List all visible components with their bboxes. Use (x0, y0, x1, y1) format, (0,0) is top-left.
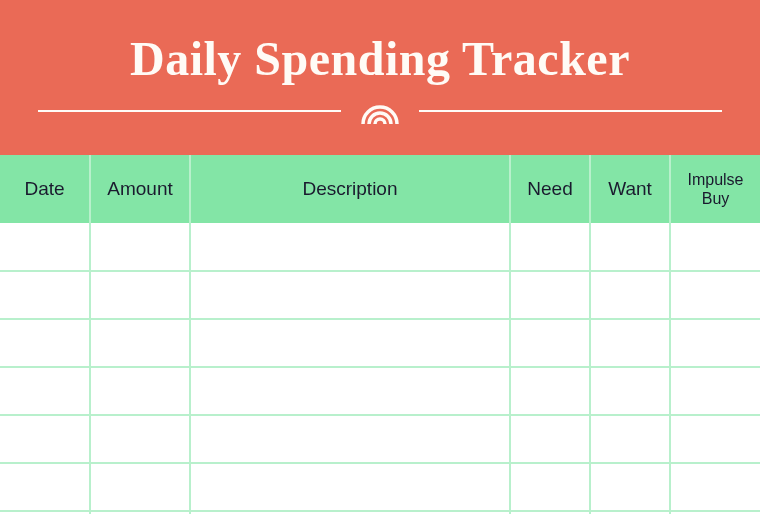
column-header-description: Description (190, 155, 510, 223)
table-cell[interactable] (90, 319, 190, 367)
table-cell[interactable] (670, 463, 760, 511)
spending-table: Date Amount Description Need Want Impuls… (0, 155, 760, 514)
table-body (0, 223, 760, 514)
table-cell[interactable] (510, 271, 590, 319)
table-cell[interactable] (190, 463, 510, 511)
table-cell[interactable] (90, 463, 190, 511)
table-cell[interactable] (510, 415, 590, 463)
table-cell[interactable] (190, 319, 510, 367)
table-cell[interactable] (0, 271, 90, 319)
table-header-row: Date Amount Description Need Want Impuls… (0, 155, 760, 223)
table-row (0, 367, 760, 415)
table-cell[interactable] (590, 463, 670, 511)
page-title: Daily Spending Tracker (130, 31, 630, 86)
table-cell[interactable] (590, 271, 670, 319)
table-cell[interactable] (590, 319, 670, 367)
header: Daily Spending Tracker (0, 0, 760, 155)
table-cell[interactable] (510, 319, 590, 367)
column-header-amount: Amount (90, 155, 190, 223)
table-cell[interactable] (190, 223, 510, 271)
table-cell[interactable] (190, 271, 510, 319)
column-header-impulse: Impulse Buy (670, 155, 760, 223)
table-row (0, 223, 760, 271)
table-cell[interactable] (590, 367, 670, 415)
table-cell[interactable] (670, 271, 760, 319)
table-row (0, 319, 760, 367)
column-header-want: Want (590, 155, 670, 223)
table-cell[interactable] (0, 319, 90, 367)
rainbow-icon (359, 98, 401, 124)
table-cell[interactable] (670, 319, 760, 367)
table-cell[interactable] (90, 415, 190, 463)
table-row (0, 415, 760, 463)
table-cell[interactable] (670, 367, 760, 415)
table-cell[interactable] (90, 223, 190, 271)
table-cell[interactable] (590, 415, 670, 463)
divider-line-right (419, 110, 722, 112)
table-cell[interactable] (0, 415, 90, 463)
table-cell[interactable] (0, 223, 90, 271)
table-row (0, 271, 760, 319)
table-row (0, 463, 760, 511)
table-cell[interactable] (510, 223, 590, 271)
table-cell[interactable] (670, 415, 760, 463)
table-cell[interactable] (510, 367, 590, 415)
header-divider (38, 98, 722, 124)
column-header-need: Need (510, 155, 590, 223)
table-cell[interactable] (670, 223, 760, 271)
column-header-date: Date (0, 155, 90, 223)
table-cell[interactable] (0, 463, 90, 511)
table-cell[interactable] (90, 367, 190, 415)
table-cell[interactable] (190, 415, 510, 463)
table-cell[interactable] (190, 367, 510, 415)
table-cell[interactable] (590, 223, 670, 271)
table-cell[interactable] (0, 367, 90, 415)
divider-line-left (38, 110, 341, 112)
table-cell[interactable] (90, 271, 190, 319)
table-cell[interactable] (510, 463, 590, 511)
